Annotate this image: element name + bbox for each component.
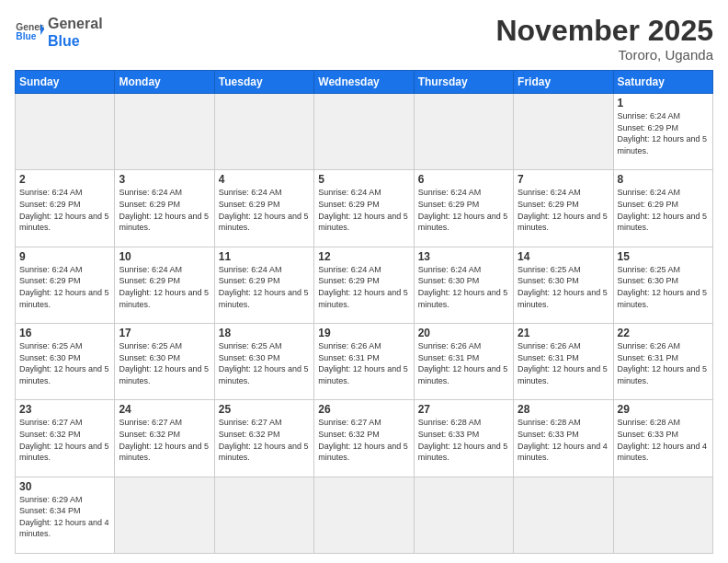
page-subtitle: Tororo, Uganda bbox=[495, 47, 713, 63]
title-block: November 2025 Tororo, Uganda bbox=[495, 15, 713, 63]
header-sunday: Sunday bbox=[16, 71, 115, 94]
calendar-day-cell: 15Sunrise: 6:25 AMSunset: 6:30 PMDayligh… bbox=[613, 247, 712, 323]
day-info: Sunrise: 6:26 AMSunset: 6:31 PMDaylight:… bbox=[518, 340, 609, 386]
calendar-header-row: Sunday Monday Tuesday Wednesday Thursday… bbox=[16, 71, 713, 94]
calendar-week-row: 23Sunrise: 6:27 AMSunset: 6:32 PMDayligh… bbox=[16, 400, 713, 477]
calendar-day-cell bbox=[115, 477, 214, 553]
day-number: 2 bbox=[19, 173, 110, 186]
day-number: 7 bbox=[518, 173, 609, 186]
day-number: 10 bbox=[119, 250, 210, 263]
calendar-day-cell: 20Sunrise: 6:26 AMSunset: 6:31 PMDayligh… bbox=[414, 324, 513, 400]
calendar-day-cell: 25Sunrise: 6:27 AMSunset: 6:32 PMDayligh… bbox=[214, 400, 313, 477]
calendar-day-cell bbox=[115, 94, 214, 170]
day-number: 21 bbox=[518, 327, 609, 339]
day-info: Sunrise: 6:24 AMSunset: 6:29 PMDaylight:… bbox=[19, 264, 110, 310]
calendar-day-cell: 22Sunrise: 6:26 AMSunset: 6:31 PMDayligh… bbox=[613, 324, 712, 400]
day-number: 29 bbox=[618, 403, 709, 416]
day-info: Sunrise: 6:24 AMSunset: 6:29 PMDaylight:… bbox=[119, 264, 210, 310]
day-info: Sunrise: 6:28 AMSunset: 6:33 PMDaylight:… bbox=[418, 417, 509, 463]
calendar-day-cell: 11Sunrise: 6:24 AMSunset: 6:29 PMDayligh… bbox=[214, 247, 313, 323]
day-info: Sunrise: 6:24 AMSunset: 6:29 PMDaylight:… bbox=[219, 264, 310, 310]
calendar-day-cell: 8Sunrise: 6:24 AMSunset: 6:29 PMDaylight… bbox=[613, 170, 712, 247]
day-number: 9 bbox=[19, 250, 110, 263]
calendar-week-row: 1Sunrise: 6:24 AMSunset: 6:29 PMDaylight… bbox=[16, 94, 713, 170]
logo-icon: General Blue bbox=[15, 17, 44, 47]
calendar-day-cell bbox=[214, 477, 313, 553]
day-info: Sunrise: 6:24 AMSunset: 6:29 PMDaylight:… bbox=[219, 187, 310, 233]
calendar-day-cell bbox=[414, 477, 513, 553]
calendar-day-cell: 28Sunrise: 6:28 AMSunset: 6:33 PMDayligh… bbox=[514, 400, 613, 477]
calendar-day-cell: 7Sunrise: 6:24 AMSunset: 6:29 PMDaylight… bbox=[514, 170, 613, 247]
calendar-day-cell: 17Sunrise: 6:25 AMSunset: 6:30 PMDayligh… bbox=[115, 324, 214, 400]
calendar-day-cell bbox=[314, 94, 414, 170]
day-number: 19 bbox=[318, 327, 409, 339]
day-number: 27 bbox=[418, 403, 509, 416]
day-info: Sunrise: 6:24 AMSunset: 6:29 PMDaylight:… bbox=[518, 187, 609, 233]
day-info: Sunrise: 6:24 AMSunset: 6:29 PMDaylight:… bbox=[318, 187, 409, 233]
calendar-day-cell: 6Sunrise: 6:24 AMSunset: 6:29 PMDaylight… bbox=[414, 170, 513, 247]
svg-text:General: General bbox=[16, 22, 44, 32]
day-info: Sunrise: 6:24 AMSunset: 6:29 PMDaylight:… bbox=[318, 264, 409, 310]
page-header: General Blue General Blue November 2025 … bbox=[15, 15, 713, 63]
day-number: 15 bbox=[618, 250, 709, 263]
header-monday: Monday bbox=[115, 71, 214, 94]
day-info: Sunrise: 6:28 AMSunset: 6:33 PMDaylight:… bbox=[618, 417, 709, 463]
day-info: Sunrise: 6:24 AMSunset: 6:29 PMDaylight:… bbox=[618, 110, 709, 156]
day-number: 6 bbox=[418, 173, 509, 186]
day-number: 18 bbox=[219, 327, 310, 339]
svg-text:Blue: Blue bbox=[16, 32, 36, 42]
calendar-day-cell: 10Sunrise: 6:24 AMSunset: 6:29 PMDayligh… bbox=[115, 247, 214, 323]
day-number: 24 bbox=[119, 403, 210, 416]
calendar-day-cell: 16Sunrise: 6:25 AMSunset: 6:30 PMDayligh… bbox=[16, 324, 115, 400]
day-number: 20 bbox=[418, 327, 509, 339]
calendar-day-cell: 29Sunrise: 6:28 AMSunset: 6:33 PMDayligh… bbox=[613, 400, 712, 477]
day-number: 3 bbox=[119, 173, 210, 186]
day-number: 26 bbox=[318, 403, 409, 416]
day-number: 8 bbox=[618, 173, 709, 186]
day-number: 5 bbox=[318, 173, 409, 186]
calendar-day-cell: 2Sunrise: 6:24 AMSunset: 6:29 PMDaylight… bbox=[16, 170, 115, 247]
day-info: Sunrise: 6:28 AMSunset: 6:33 PMDaylight:… bbox=[518, 417, 609, 463]
day-info: Sunrise: 6:27 AMSunset: 6:32 PMDaylight:… bbox=[219, 417, 310, 463]
logo-blue: Blue bbox=[48, 32, 103, 50]
day-number: 12 bbox=[318, 250, 409, 263]
calendar-day-cell bbox=[514, 94, 613, 170]
day-info: Sunrise: 6:27 AMSunset: 6:32 PMDaylight:… bbox=[318, 417, 409, 463]
day-info: Sunrise: 6:27 AMSunset: 6:32 PMDaylight:… bbox=[119, 417, 210, 463]
header-saturday: Saturday bbox=[613, 71, 712, 94]
logo-general: General bbox=[48, 15, 103, 32]
day-info: Sunrise: 6:25 AMSunset: 6:30 PMDaylight:… bbox=[119, 340, 210, 386]
calendar-day-cell: 30Sunrise: 6:29 AMSunset: 6:34 PMDayligh… bbox=[16, 477, 115, 553]
calendar-week-row: 9Sunrise: 6:24 AMSunset: 6:29 PMDaylight… bbox=[16, 247, 713, 323]
calendar-day-cell bbox=[214, 94, 313, 170]
day-number: 14 bbox=[518, 250, 609, 263]
day-info: Sunrise: 6:26 AMSunset: 6:31 PMDaylight:… bbox=[418, 340, 509, 386]
day-number: 28 bbox=[518, 403, 609, 416]
calendar-day-cell: 12Sunrise: 6:24 AMSunset: 6:29 PMDayligh… bbox=[314, 247, 414, 323]
day-info: Sunrise: 6:25 AMSunset: 6:30 PMDaylight:… bbox=[618, 264, 709, 310]
day-number: 13 bbox=[418, 250, 509, 263]
day-number: 16 bbox=[19, 327, 110, 339]
calendar-day-cell bbox=[514, 477, 613, 553]
day-info: Sunrise: 6:25 AMSunset: 6:30 PMDaylight:… bbox=[518, 264, 609, 310]
header-thursday: Thursday bbox=[414, 71, 513, 94]
day-info: Sunrise: 6:24 AMSunset: 6:29 PMDaylight:… bbox=[19, 187, 110, 233]
day-number: 23 bbox=[19, 403, 110, 416]
day-info: Sunrise: 6:24 AMSunset: 6:29 PMDaylight:… bbox=[119, 187, 210, 233]
day-info: Sunrise: 6:27 AMSunset: 6:32 PMDaylight:… bbox=[19, 417, 110, 463]
day-info: Sunrise: 6:24 AMSunset: 6:29 PMDaylight:… bbox=[618, 187, 709, 233]
calendar-day-cell: 27Sunrise: 6:28 AMSunset: 6:33 PMDayligh… bbox=[414, 400, 513, 477]
day-info: Sunrise: 6:29 AMSunset: 6:34 PMDaylight:… bbox=[19, 494, 110, 540]
calendar-day-cell bbox=[16, 94, 115, 170]
calendar-day-cell: 5Sunrise: 6:24 AMSunset: 6:29 PMDaylight… bbox=[314, 170, 414, 247]
calendar-day-cell: 21Sunrise: 6:26 AMSunset: 6:31 PMDayligh… bbox=[514, 324, 613, 400]
day-info: Sunrise: 6:26 AMSunset: 6:31 PMDaylight:… bbox=[618, 340, 709, 386]
calendar-day-cell bbox=[414, 94, 513, 170]
day-number: 22 bbox=[618, 327, 709, 339]
logo: General Blue General Blue bbox=[15, 15, 103, 50]
calendar-week-row: 30Sunrise: 6:29 AMSunset: 6:34 PMDayligh… bbox=[16, 477, 713, 553]
calendar-day-cell: 1Sunrise: 6:24 AMSunset: 6:29 PMDaylight… bbox=[613, 94, 712, 170]
header-wednesday: Wednesday bbox=[314, 71, 414, 94]
day-number: 11 bbox=[219, 250, 310, 263]
day-number: 1 bbox=[618, 97, 709, 109]
